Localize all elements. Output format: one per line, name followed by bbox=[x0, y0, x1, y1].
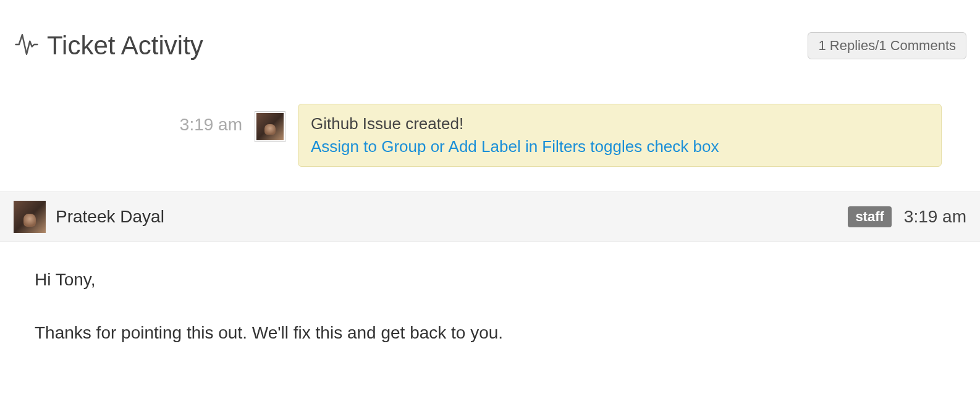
ticket-activity-panel: Ticket Activity 1 Replies/1 Comments 3:1… bbox=[0, 0, 980, 346]
reply-header: Prateek Dayal staff 3:19 am bbox=[0, 191, 980, 242]
staff-badge: staff bbox=[848, 206, 891, 227]
avatar bbox=[14, 201, 46, 233]
event-timestamp: 3:19 am bbox=[174, 104, 242, 135]
reply-line: Thanks for pointing this out. We'll fix … bbox=[35, 320, 945, 346]
page-title: Ticket Activity bbox=[47, 31, 203, 61]
reply-timestamp: 3:19 am bbox=[904, 207, 966, 227]
system-event-row: 3:19 am Github Issue created! Assign to … bbox=[174, 98, 966, 191]
event-callout-title: Github Issue created! bbox=[311, 114, 929, 133]
reply-body: Hi Tony, Thanks for pointing this out. W… bbox=[14, 242, 966, 346]
activity-header: Ticket Activity 1 Replies/1 Comments bbox=[14, 31, 966, 61]
replies-comments-badge[interactable]: 1 Replies/1 Comments bbox=[808, 32, 966, 59]
title-wrap: Ticket Activity bbox=[14, 31, 203, 61]
reply-line: Hi Tony, bbox=[35, 267, 945, 293]
reply-header-right: staff 3:19 am bbox=[848, 206, 966, 227]
reply-author: Prateek Dayal bbox=[56, 207, 164, 227]
event-callout: Github Issue created! Assign to Group or… bbox=[298, 104, 942, 167]
reply-header-left: Prateek Dayal bbox=[14, 201, 164, 233]
event-issue-link[interactable]: Assign to Group or Add Label in Filters … bbox=[311, 137, 719, 156]
avatar bbox=[255, 111, 285, 142]
activity-icon bbox=[14, 32, 40, 60]
